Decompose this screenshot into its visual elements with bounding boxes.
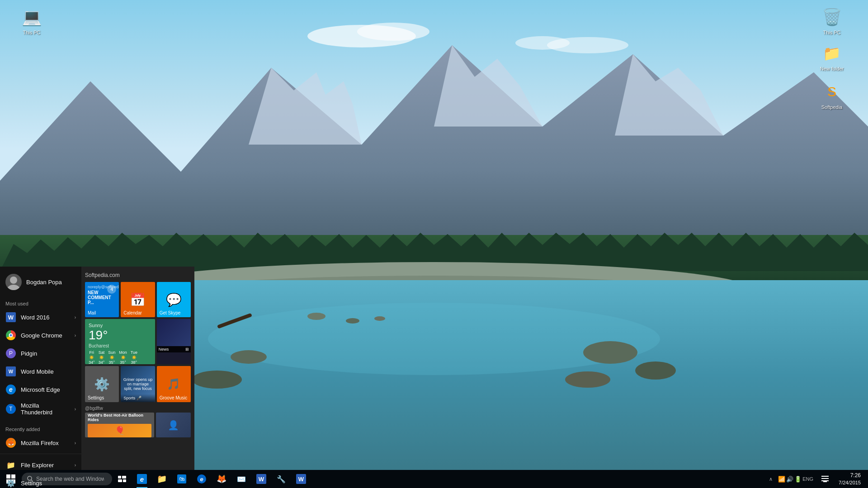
tiles-header: Softpedia.com [85,270,191,282]
edge-icon: e [5,384,16,395]
balloon-icon: 🎈 [115,426,125,436]
settings-gear-icon: ⚙️ [94,377,110,392]
app-item-edge[interactable]: e Microsoft Edge [0,380,81,399]
start-menu-tiles: Softpedia.com noreply@softpedia.com NEW … [81,267,194,470]
app-item-thunderbird[interactable]: T Mozilla Thunderbird › [0,399,81,419]
mail-taskbar-icon: ✉️ [237,475,246,483]
tile-sports[interactable]: Griner opens up on marriage split, new f… [121,366,155,402]
app-item-word-mobile[interactable]: W Word Mobile [0,362,81,380]
skype-label: Get Skype [160,310,181,315]
app-item-chrome[interactable]: Google Chrome › [0,326,81,344]
app-item-settings[interactable]: ⚙️ Settings [0,474,81,488]
weather-temp: 19° [89,328,151,343]
taskbar-store[interactable]: 🛍 [172,470,192,488]
calendar-label: Calendar [123,310,142,315]
svg-point-26 [7,285,20,290]
person-icon: 👤 [168,420,179,431]
taskbar-mail[interactable]: ✉️ [231,470,251,488]
tile-mail[interactable]: noreply@softpedia.com NEW COMMENT P... 4… [85,282,119,317]
action-center-icon [821,476,829,482]
chrome-icon [5,330,16,341]
svg-point-22 [307,313,326,320]
sports-headline: Griner opens up on marriage split, new f… [121,375,155,393]
system-icons: 📶 🔊 🔋 ENG [776,476,815,483]
file-explorer-label: File Explorer [21,462,54,469]
svg-rect-33 [118,476,121,479]
taskbar-task-view[interactable] [112,470,132,488]
word-icon: W [5,312,16,323]
bgdftw-label: @bgdftw [85,404,191,413]
taskbar-ie[interactable]: e [192,470,212,488]
network-icon[interactable]: 📶 [778,476,785,483]
edge-label: Microsoft Edge [21,386,60,393]
clock[interactable]: 7:26 7/24/2015 [835,472,864,486]
new-folder-label: New folder [820,66,844,72]
weather-condition: Sunny [89,323,151,328]
groove-icon: 🎵 [167,378,180,390]
word-label: Word 2016 [21,314,49,321]
taskbar-unknown[interactable]: 🔧 [271,470,291,488]
app-item-file-explorer[interactable]: 📁 File Explorer › [0,456,81,474]
desktop-icon-softpedia[interactable]: S Softpedia [814,79,850,112]
tile-weather[interactable]: Sunny 19° Bucharest Fri ☀️ 34° 19° Sat ☀… [85,319,155,364]
forecast-fri-day: Fri [90,350,94,355]
taskbar-edge[interactable]: e [132,470,152,488]
battery-icon[interactable]: 🔋 [794,476,802,483]
tile-skype[interactable]: 💬 Get Skype [157,282,191,317]
keyboard-icon[interactable]: ENG [802,476,813,482]
desktop-icon-new-folder[interactable]: 📁 New folder [814,41,850,74]
svg-point-2 [357,23,429,41]
action-center-button[interactable] [817,470,833,488]
desktop-icon-recycle-bin[interactable]: 🗑️ This PC [814,5,850,38]
file-explorer-icon: 📁 [5,460,16,470]
chevron-up-icon: ∧ [769,476,773,482]
svg-point-18 [565,371,610,388]
news-label-area: News ⊞ [157,346,191,352]
chevron-right-icon: › [75,315,76,320]
user-profile[interactable]: Bogdan Popa [0,267,81,297]
sports-mic-icon: 🎤 [137,396,142,400]
chrome-label: Google Chrome [21,332,62,339]
taskbar-explorer[interactable]: 📁 [152,470,172,488]
task-view-icon [118,476,126,482]
forecast-sun: Sun ☀️ 35° 23° [108,350,115,364]
tile-settings[interactable]: ⚙️ Settings [85,366,119,402]
svg-point-15 [208,303,660,375]
forecast-fri-icon: ☀️ [89,355,94,360]
settings-tile-label: Settings [88,395,104,400]
avatar [5,274,22,290]
taskbar-word2[interactable]: W [291,470,311,488]
app-item-word[interactable]: W Word 2016 › [0,308,81,326]
app-item-pidgin[interactable]: P Pidgin [0,344,81,362]
forecast-fri: Fri ☀️ 34° 19° [89,350,95,364]
tile-photo[interactable]: 👤 [156,413,191,437]
svg-rect-39 [821,480,829,481]
desktop-icon-this-pc[interactable]: 💻 This PC [14,5,50,38]
forecast-tue: Tue ☀️ 38° 26° [131,350,137,364]
firefox-icon: 🦊 [5,437,16,448]
svg-point-19 [231,350,267,364]
svg-rect-36 [123,479,126,482]
tile-groove[interactable]: 🎵 Groove Music [157,366,191,402]
chevron-right-icon: › [75,463,76,468]
settings-icon: ⚙️ [5,478,16,488]
chevron-right-icon: › [75,441,76,446]
tile-news[interactable]: News ⊞ [157,319,191,364]
taskbar-word[interactable]: W [251,470,271,488]
forecast-sat: Sat ☀️ 34° 22° [99,350,105,364]
forecast-mon: Mon ☀️ 35° 25° [119,350,127,364]
notification-area[interactable]: ∧ [767,476,774,482]
start-bottom: 📁 File Explorer › ⚙️ Settings ⏻ Power ⊞ … [0,452,81,488]
weather-forecast: Fri ☀️ 34° 19° Sat ☀️ 34° 22° Sun ☀️ [89,350,151,364]
taskbar-system-tray: ∧ 📶 🔊 🔋 ENG 7:26 7/24/2015 [767,470,868,488]
tile-balloon[interactable]: World's Best Hot-Air Balloon Rides 🎈 [85,413,154,437]
svg-rect-35 [118,479,122,482]
app-item-firefox[interactable]: 🦊 Mozilla Firefox › [0,434,81,452]
sports-label-text: Sports [123,396,135,400]
svg-point-25 [10,277,17,284]
balloon-image: 🎈 [88,424,151,437]
tile-calendar[interactable]: 📅 Calendar [121,282,155,317]
photo-image: 👤 [156,413,191,437]
taskbar-firefox[interactable]: 🦊 [212,470,231,488]
volume-icon[interactable]: 🔊 [786,476,793,483]
